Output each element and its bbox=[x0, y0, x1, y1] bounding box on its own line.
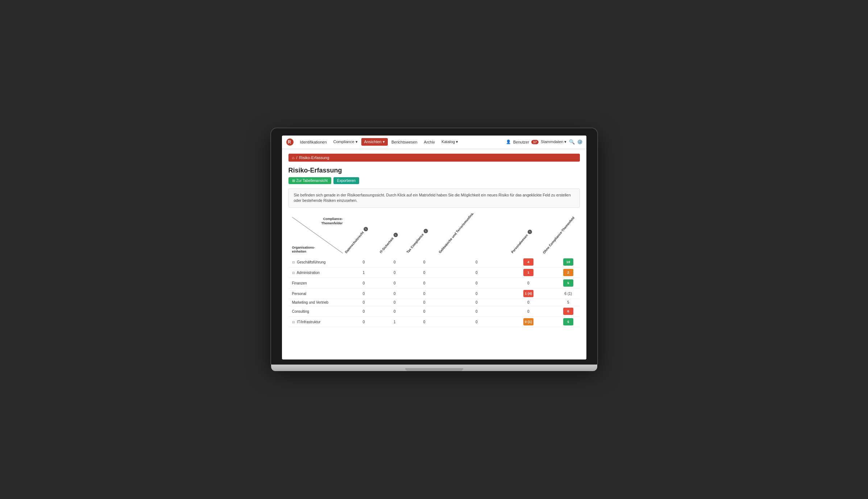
cell-c-datenschutz[interactable]: 0 bbox=[346, 306, 381, 317]
cell-a-geldwaesche[interactable]: 0 bbox=[440, 267, 513, 278]
screen: R Identifikationen Compliance ▾ Ansichte… bbox=[282, 136, 586, 359]
laptop-frame: R Identifikationen Compliance ▾ Ansichte… bbox=[271, 128, 597, 371]
cell-g-geldwaesche[interactable]: 0 bbox=[440, 257, 513, 267]
info-dot-tax: i bbox=[423, 228, 429, 234]
info-dot-personal: i bbox=[527, 229, 533, 235]
info-box: Sie befinden sich gerade in der Risikoer… bbox=[288, 188, 580, 208]
col-header-tax: Tax Compliance i bbox=[408, 213, 440, 257]
action-buttons: ⊞ Zur Tabellenansicht Exportieren bbox=[288, 177, 580, 184]
nav-items: Identifikationen Compliance ▾ Ansichten … bbox=[297, 138, 506, 146]
row-label-consulting: Consulting bbox=[288, 306, 346, 317]
cell-m-personalwesen[interactable]: 0 bbox=[513, 299, 544, 306]
cell-i-datenschutz[interactable]: 0 bbox=[346, 317, 381, 327]
badge-i-ohne: 5 bbox=[563, 318, 573, 325]
breadcrumb: ⌂ / Risiko-Erfassung bbox=[288, 154, 580, 162]
cell-m-ohne[interactable]: 5 bbox=[544, 299, 580, 306]
cell-p-personalwesen[interactable]: 1 (4) bbox=[513, 288, 544, 299]
badge-a-personalwesen: 1 bbox=[523, 269, 533, 276]
expand-icon[interactable]: ⊟ bbox=[292, 261, 295, 264]
cell-m-it[interactable]: 0 bbox=[381, 299, 408, 306]
stammdaten-dropdown[interactable]: Stammdaten ▾ bbox=[541, 140, 566, 144]
row-label-marketing: Marketing und Vertrieb bbox=[288, 299, 346, 306]
nav-compliance[interactable]: Compliance ▾ bbox=[331, 138, 361, 146]
cell-c-it[interactable]: 0 bbox=[381, 306, 408, 317]
cell-f-personalwesen[interactable]: 0 bbox=[513, 278, 544, 288]
cell-g-tax[interactable]: 0 bbox=[408, 257, 440, 267]
risk-matrix-table: Compliance- Themenfelder Organisations- bbox=[288, 213, 580, 327]
matrix-container: Compliance- Themenfelder Organisations- bbox=[288, 213, 580, 327]
cell-f-tax[interactable]: 0 bbox=[408, 278, 440, 288]
cell-f-datenschutz[interactable]: 0 bbox=[346, 278, 381, 288]
nav-ansichten[interactable]: Ansichten ▾ bbox=[361, 138, 388, 146]
badge-f-ohne: 5 bbox=[563, 279, 573, 287]
cell-g-it[interactable]: 0 bbox=[381, 257, 408, 267]
cell-a-personalwesen[interactable]: 1 bbox=[513, 267, 544, 278]
cell-f-it[interactable]: 0 bbox=[381, 278, 408, 288]
cell-a-datenschutz[interactable]: 1 bbox=[346, 267, 381, 278]
benutzer-label[interactable]: Benutzer bbox=[513, 140, 529, 144]
cell-m-datenschutz[interactable]: 0 bbox=[346, 299, 381, 306]
cell-i-ohne[interactable]: 5 bbox=[544, 317, 580, 327]
table-row: Personal 0 0 0 0 1 (4) 6 (1) bbox=[288, 288, 580, 299]
cell-g-datenschutz[interactable]: 0 bbox=[346, 257, 381, 267]
cell-a-tax[interactable]: 0 bbox=[408, 267, 440, 278]
nav-right: 👤 Benutzer 17 Stammdaten ▾ 🔍 ⚙️ bbox=[506, 139, 582, 145]
cell-p-ohne[interactable]: 6 (1) bbox=[544, 288, 580, 299]
table-row: Finanzen 0 0 0 0 0 5 bbox=[288, 278, 580, 288]
table-row: Consulting 0 0 0 0 0 6 bbox=[288, 306, 580, 317]
laptop-base bbox=[271, 365, 597, 371]
table-row: ⊟ IT/Infrastruktur 0 1 0 0 0 (1) bbox=[288, 317, 580, 327]
col-header-geldwaesche: Geldwäsche und Terrorismusfinanzierung i bbox=[440, 213, 513, 257]
export-button[interactable]: Exportieren bbox=[333, 177, 359, 184]
cell-g-ohne[interactable]: 10 bbox=[544, 257, 580, 267]
info-dot-it: i bbox=[393, 232, 399, 238]
breadcrumb-current: Risiko-Erfassung bbox=[299, 155, 329, 160]
row-label-finanzen: Finanzen bbox=[288, 278, 346, 288]
cell-a-it[interactable]: 0 bbox=[381, 267, 408, 278]
row-label-geschaeftsfuehrung: ⊟ Geschäftsführung bbox=[288, 257, 346, 267]
row-label-it-infrastruktur: ⊟ IT/Infrastruktur bbox=[288, 317, 346, 327]
cell-a-ohne[interactable]: 2 bbox=[544, 267, 580, 278]
table-icon: ⊞ bbox=[292, 179, 295, 183]
expand-icon[interactable]: ⊟ bbox=[292, 271, 295, 275]
table-row: ⊟ Administration 1 0 0 0 1 bbox=[288, 267, 580, 278]
cell-c-personalwesen[interactable]: 0 bbox=[513, 306, 544, 317]
cell-i-personalwesen[interactable]: 0 (1) bbox=[513, 317, 544, 327]
cell-p-it[interactable]: 0 bbox=[381, 288, 408, 299]
svg-text:R: R bbox=[288, 140, 291, 145]
cell-p-datenschutz[interactable]: 0 bbox=[346, 288, 381, 299]
cell-f-ohne[interactable]: 5 bbox=[544, 278, 580, 288]
cell-i-geldwaesche[interactable]: 0 bbox=[440, 317, 513, 327]
breadcrumb-separator: / bbox=[296, 155, 297, 160]
cell-p-tax[interactable]: 0 bbox=[408, 288, 440, 299]
cell-i-tax[interactable]: 0 bbox=[408, 317, 440, 327]
nav-katalog[interactable]: Katalog ▾ bbox=[439, 138, 461, 146]
row-label-personal: Personal bbox=[288, 288, 346, 299]
cell-c-tax[interactable]: 0 bbox=[408, 306, 440, 317]
cell-m-geldwaesche[interactable]: 0 bbox=[440, 299, 513, 306]
row-label-administration: ⊟ Administration bbox=[288, 267, 346, 278]
page-title: Risiko-Erfassung bbox=[288, 167, 580, 174]
badge-p-personalwesen: 1 (4) bbox=[523, 290, 533, 297]
nav-identifikationen[interactable]: Identifikationen bbox=[297, 138, 330, 146]
cell-f-geldwaesche[interactable]: 0 bbox=[440, 278, 513, 288]
cell-p-geldwaesche[interactable]: 0 bbox=[440, 288, 513, 299]
cell-c-ohne[interactable]: 6 bbox=[544, 306, 580, 317]
cell-i-it[interactable]: 1 bbox=[381, 317, 408, 327]
table-view-button[interactable]: ⊞ Zur Tabellenansicht bbox=[288, 177, 332, 184]
main-content: ⌂ / Risiko-Erfassung Risiko-Erfassung ⊞ … bbox=[282, 149, 586, 359]
home-icon[interactable]: ⌂ bbox=[292, 155, 295, 160]
settings-icon[interactable]: ⚙️ bbox=[577, 139, 583, 145]
badge-i-personalwesen: 0 (1) bbox=[523, 318, 533, 325]
notification-badge: 17 bbox=[531, 140, 539, 144]
nav-berichtswesen[interactable]: Berichtswesen bbox=[389, 138, 420, 146]
user-icon: 👤 bbox=[506, 140, 511, 144]
nav-archiv[interactable]: Archiv bbox=[421, 138, 438, 146]
cell-g-personalwesen[interactable]: 4 bbox=[513, 257, 544, 267]
col-header-it-sicherheit: IT-Sicherheit i bbox=[381, 213, 408, 257]
search-icon[interactable]: 🔍 bbox=[569, 139, 575, 145]
cell-c-geldwaesche[interactable]: 0 bbox=[440, 306, 513, 317]
corner-bottom-label: Organisations- einheiten bbox=[292, 246, 315, 254]
expand-icon[interactable]: ⊟ bbox=[292, 320, 295, 324]
cell-m-tax[interactable]: 0 bbox=[408, 299, 440, 306]
